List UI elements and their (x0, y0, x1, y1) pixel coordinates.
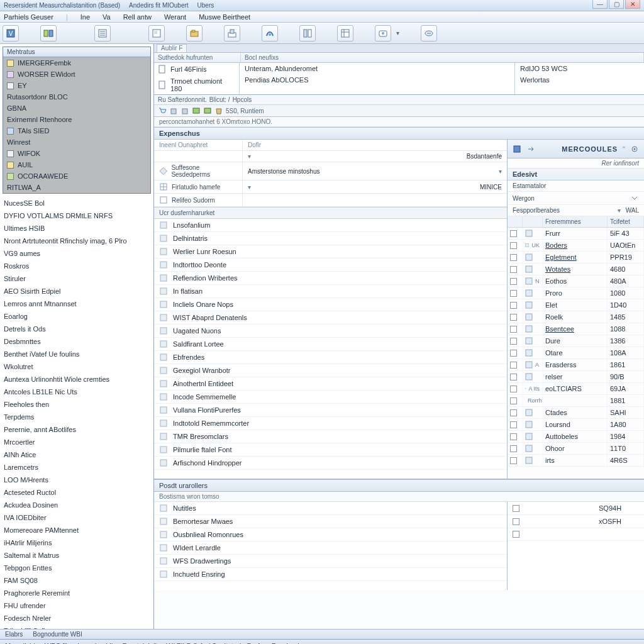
side-item[interactable]: NucesSE Bol (4, 197, 153, 210)
checkbox[interactable] (513, 505, 519, 512)
checkbox[interactable] (510, 386, 517, 392)
trash-icon[interactable] (180, 106, 189, 115)
side-item[interactable]: Benthet iVatef Ue foulins (4, 348, 153, 361)
list-item[interactable]: Indtorttoo Deonte (154, 258, 507, 272)
checkbox[interactable] (510, 457, 517, 464)
tool-button[interactable] (262, 25, 278, 42)
side-item[interactable]: LOO M/Hrents (4, 474, 153, 487)
list-item[interactable]: In flatisan (154, 285, 507, 298)
side-item[interactable]: Auntexa Urlinonhtit Wiole cremties (4, 374, 153, 386)
side-item[interactable]: FHU ufrender (4, 600, 153, 613)
tool-button[interactable] (40, 25, 57, 42)
nav-item[interactable]: RITLWA_A (3, 182, 150, 193)
side-item[interactable]: Wkolutret (4, 361, 153, 374)
list-item[interactable]: WIST Abaprd Denatenls (154, 311, 507, 325)
side-item[interactable]: Eoarlog (4, 311, 153, 323)
row-name[interactable]: Proro (545, 289, 562, 297)
stack-icon[interactable] (203, 106, 212, 115)
side-item[interactable]: VG9 aumes (4, 248, 153, 260)
row-name[interactable]: Ohoor (545, 445, 565, 452)
nav-item[interactable]: Exirnemnl Rtenhoore (3, 114, 150, 125)
stack-icon[interactable] (192, 106, 201, 115)
nav-item[interactable]: AUIL (3, 159, 150, 170)
list-item[interactable]: Delhintatris (154, 232, 507, 245)
side-item[interactable]: Nront Artrtuteontit Rfinchsly imag, 6 Pl… (4, 235, 153, 248)
side-item[interactable]: Mrcoertler (4, 436, 153, 449)
checkbox[interactable] (510, 242, 517, 249)
tool-button[interactable] (299, 25, 316, 42)
prop-tab[interactable]: Ineenl Ounaphret (154, 140, 242, 150)
nav-item[interactable]: IMERGERFembk (3, 57, 150, 69)
side-item[interactable]: Desbmnttes (4, 336, 153, 348)
tab[interactable]: Aublir F (157, 44, 187, 52)
tool-button[interactable] (186, 25, 203, 42)
row-name[interactable]: Bsentcee (545, 325, 574, 333)
side-item[interactable]: AEO Sisirth Edpiel (4, 286, 153, 298)
list-item[interactable]: Saldfirant Lortee (154, 338, 507, 351)
list-item[interactable]: WFS Dradwertings (154, 555, 507, 568)
checkbox[interactable] (510, 290, 517, 297)
nav-item[interactable]: EY (3, 80, 150, 91)
side-item[interactable]: DYFIO VOTLALMS DRMtLE NRFS (4, 210, 153, 223)
list-item[interactable]: Ebfrendes (154, 351, 507, 364)
list-item[interactable]: WIdert Lerardle (154, 541, 507, 555)
row-name[interactable]: irts (545, 457, 555, 464)
nav-item[interactable]: WORSER EWidort (3, 69, 150, 80)
side-item[interactable]: Ultimes HSIB (4, 223, 153, 235)
list-item[interactable]: TMR Bresomclars (154, 430, 507, 443)
list-item[interactable]: Lnsofanlium (154, 219, 507, 232)
checkbox[interactable] (510, 397, 517, 404)
list-item[interactable]: Reflendion Wribertes (154, 272, 507, 285)
tool-button[interactable] (421, 25, 437, 42)
side-item[interactable]: Momereoare PAMtennet (4, 525, 153, 537)
checkbox[interactable] (510, 254, 517, 261)
list-item[interactable]: Arfischond Hindropper (154, 457, 507, 470)
list-item[interactable]: Nutitles (154, 502, 507, 515)
checkbox[interactable] (510, 374, 517, 380)
minimize-button[interactable]: — (592, 0, 608, 9)
side-item[interactable]: Antcoles LB1LE Nic Uts (4, 386, 153, 399)
side-item[interactable]: Stiruler (4, 273, 153, 286)
side-item[interactable]: Saltemal it Matrus (4, 550, 153, 562)
table-row[interactable]: SQ94H (508, 502, 644, 515)
gear-icon[interactable] (630, 145, 639, 153)
side-item[interactable]: FAM SQ08 (4, 575, 153, 587)
list-item[interactable]: Incliels Onare Nops (154, 298, 507, 311)
list-item[interactable]: Pilmurlie ftalel Font (154, 443, 507, 457)
prop-dropdown[interactable]: ▾MINICE (242, 180, 507, 193)
nav-item[interactable]: GBNA (3, 103, 150, 114)
side-item[interactable]: Ackudea Dosinen (4, 499, 153, 512)
tool-button[interactable] (375, 25, 391, 42)
side-item[interactable]: Lemros annt Mtnannset (4, 298, 153, 311)
side-item[interactable]: AINh Atice (4, 449, 153, 462)
nav-item[interactable]: WIFOK (3, 148, 150, 159)
row-name[interactable]: Elet (545, 301, 557, 309)
row-name[interactable]: Dure (545, 337, 560, 345)
list-item[interactable]: Ousbnlieal Romonrues (154, 528, 507, 541)
side-item[interactable]: Perernie, annt ABotlifes (4, 424, 153, 436)
list-item[interactable]: Incode Semmemelle (154, 391, 507, 404)
menu-item[interactable]: Rell antw (123, 13, 152, 21)
maximize-button[interactable]: ▢ (609, 0, 624, 9)
nav-item[interactable]: Winrest (3, 136, 150, 148)
prop-dropdown[interactable]: Amsterstonse minstoshus▾ (242, 162, 507, 180)
inspector-row[interactable]: Fespporlberabes▾WAL (508, 205, 644, 216)
row-name[interactable]: Otare (545, 349, 563, 357)
tool-button[interactable] (224, 25, 240, 42)
checkbox[interactable] (510, 314, 517, 321)
checkbox[interactable] (510, 409, 517, 416)
list-item[interactable]: Gexegiol Wranbotr (154, 364, 507, 377)
list-item[interactable]: Vullana FlontiPurerfes (154, 404, 507, 417)
checkbox[interactable] (510, 445, 517, 452)
checkbox[interactable] (510, 350, 517, 357)
side-item[interactable]: Fodesch Nreler (4, 613, 153, 625)
nav-item[interactable]: OCORAAWEDE (3, 170, 150, 182)
row-name[interactable]: Boders (545, 242, 567, 249)
menu-item[interactable]: Va (103, 13, 111, 21)
checkbox[interactable] (510, 266, 517, 273)
menu-item[interactable]: Werant (164, 13, 186, 21)
cart-icon[interactable] (158, 106, 167, 115)
bucket-icon[interactable] (214, 106, 223, 115)
side-item[interactable]: Praghorerle Reremint (4, 587, 153, 600)
inspector-row[interactable]: Wergon (508, 192, 644, 205)
